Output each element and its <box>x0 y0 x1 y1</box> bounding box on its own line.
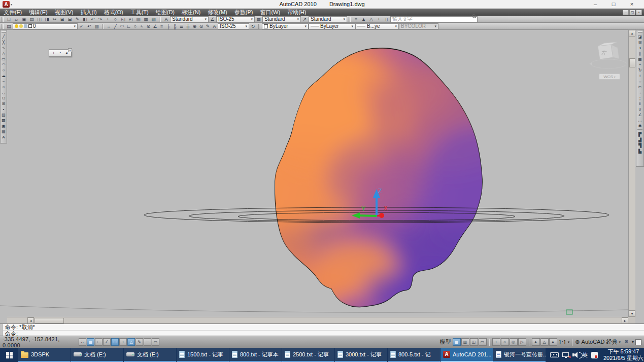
aligned-dim-icon[interactable]: ╱ <box>112 23 119 29</box>
scale-icon[interactable]: ↕ <box>637 73 643 79</box>
taskbar-item[interactable]: 文档 (E:) <box>124 348 176 362</box>
taskbar-item[interactable]: 1500.txt - 记事 <box>177 348 229 362</box>
polygon-icon[interactable]: △ <box>1 51 7 56</box>
fillet-icon[interactable]: ◡ <box>637 118 643 123</box>
taskbar-item[interactable]: 3DSPK <box>18 348 71 362</box>
region-icon[interactable]: ▣ <box>1 123 7 129</box>
close-button[interactable]: × <box>623 0 641 9</box>
tolerance-icon[interactable]: ⊕ <box>191 23 198 29</box>
dim-style-dropdown[interactable]: ISO-25 <box>218 23 249 29</box>
copy-icon[interactable]: ⊞ <box>58 16 66 22</box>
pan-status-button[interactable]: + <box>492 338 500 346</box>
ducs-toggle[interactable]: △ <box>127 338 135 346</box>
continue-dim-icon[interactable]: ╠ <box>172 23 178 29</box>
doc-restore-button[interactable]: ◱ <box>629 10 635 15</box>
start-button[interactable] <box>0 348 18 362</box>
linetype-control-dropdown[interactable]: ByLayer <box>309 23 355 29</box>
osnap-toggle[interactable]: □ <box>111 338 119 346</box>
otrack-toggle[interactable]: + <box>119 338 127 346</box>
block-editor-icon[interactable]: ◧ <box>81 16 89 22</box>
menu-item[interactable]: 视图(V) <box>51 9 77 16</box>
annotation-add-icon[interactable]: + <box>375 16 383 22</box>
dim-update-icon[interactable]: ↻ <box>249 23 257 29</box>
steering-wheel-button[interactable]: ◎ <box>510 338 518 346</box>
open-icon[interactable]: ▱ <box>13 16 20 22</box>
jogged-dim-icon[interactable]: ≈ <box>139 23 145 29</box>
maximize-button[interactable]: □ <box>604 0 623 9</box>
horizontal-scroll-thumb[interactable] <box>35 318 64 323</box>
lineweight-control-dropdown[interactable]: B...ye <box>355 23 399 29</box>
linear-dim-icon[interactable]: ↔ <box>106 23 112 29</box>
clean-screen-button[interactable] <box>635 339 641 345</box>
toolbar-grip[interactable] <box>638 31 642 33</box>
gradient-icon[interactable]: ▩ <box>1 118 7 123</box>
point-icon[interactable]: • <box>1 106 7 112</box>
ordinate-dim-icon[interactable]: ∟ <box>125 23 132 29</box>
taskbar-item[interactable]: AutoCAD 201... <box>440 348 493 362</box>
table-icon[interactable]: ▦ <box>1 129 7 134</box>
qp-toggle[interactable]: ▭ <box>152 338 159 346</box>
revision-cloud-icon[interactable]: ☁ <box>1 73 7 79</box>
menu-item[interactable]: 修改(M) <box>204 9 231 16</box>
taskbar-item[interactable]: 3000.txt - 记事 <box>335 348 387 362</box>
infocenter-search-input[interactable] <box>390 16 478 22</box>
polar-toggle[interactable]: ∠ <box>103 338 111 346</box>
stretch-icon[interactable]: ↔ <box>637 79 643 84</box>
save-icon[interactable]: ▣ <box>20 16 28 22</box>
wcs-dropdown[interactable]: WCS <box>599 74 620 80</box>
center-mark-icon[interactable]: ⊙ <box>198 23 205 29</box>
diameter-dim-icon[interactable]: ⊘ <box>145 23 152 29</box>
multiline-text-icon[interactable]: A <box>1 134 7 140</box>
layer-states-icon[interactable]: ▥ <box>93 23 100 29</box>
command-window[interactable]: 命令: *取消* 命令: <box>0 323 644 336</box>
network-status-icon[interactable] <box>562 352 569 357</box>
designcenter-icon[interactable]: ▦ <box>142 16 150 22</box>
selection-grip[interactable] <box>566 310 572 314</box>
ellipse-icon[interactable]: ○ <box>1 84 7 90</box>
angular-dim-icon[interactable]: ∠ <box>152 23 158 29</box>
taskbar-item[interactable]: 银河一号宣传册... <box>493 348 546 362</box>
ellipse-arc-icon[interactable]: ◡ <box>1 90 7 95</box>
lineweight-settings-icon[interactable]: ≡ <box>352 16 360 22</box>
menu-item[interactable]: 插入(I) <box>77 9 100 16</box>
menu-item[interactable]: 帮助(H) <box>284 9 310 16</box>
plot-preview-icon[interactable]: ◫ <box>36 16 43 22</box>
menu-item[interactable]: 编辑(E) <box>25 9 51 16</box>
undo-icon[interactable]: ↶ <box>89 16 96 22</box>
grid-toggle[interactable]: ▦ <box>87 338 94 346</box>
move-icon[interactable]: + <box>637 62 643 67</box>
style-dropdown[interactable]: Standard <box>262 16 301 22</box>
toolbar-grip[interactable] <box>2 24 4 29</box>
workspace-switcher[interactable]: ⊛ AutoCAD 经典 <box>575 338 621 346</box>
circle-icon[interactable]: ○ <box>1 67 7 73</box>
bring-above-icon[interactable]: ▜ <box>637 143 643 149</box>
dyn-toggle[interactable]: ✎ <box>135 338 143 346</box>
field-icon[interactable]: ▯ <box>383 16 390 22</box>
cut-icon[interactable]: ✂ <box>51 16 58 22</box>
horizontal-scrollbar[interactable]: ◂ ▸ <box>7 317 628 323</box>
publish-icon[interactable]: ◨ <box>43 16 51 22</box>
style-dropdown[interactable]: Standard <box>309 16 347 22</box>
break-at-point-icon[interactable]: ¦ <box>637 95 643 101</box>
menu-item[interactable]: 绘图(D) <box>152 9 178 16</box>
extend-icon[interactable]: → <box>637 90 643 95</box>
dim-space-icon[interactable]: ≣ <box>178 23 185 29</box>
zoom-window-icon[interactable]: ◱ <box>119 16 127 22</box>
construction-line-icon[interactable]: ╳ <box>1 40 7 45</box>
annotation-scale-control[interactable]: 1:1 <box>559 339 570 345</box>
model-space-button[interactable]: ▦ <box>453 338 461 346</box>
free-orbit-icon[interactable]: ◔ <box>57 50 63 56</box>
insert-block-icon[interactable]: ⊡ <box>1 95 7 101</box>
pan-icon[interactable]: + <box>50 50 57 56</box>
toolbar-grip[interactable] <box>2 31 6 33</box>
hatch-icon[interactable]: ▨ <box>1 112 7 118</box>
ime-language-indicator[interactable]: 英 <box>582 351 588 359</box>
status-menu-chevron-icon[interactable]: ▾ <box>632 340 634 344</box>
quick-view-layouts-button[interactable]: ▥ <box>461 338 469 346</box>
doc-minimize-button[interactable]: – <box>623 10 629 15</box>
taskbar-item[interactable]: 2500.txt - 记事 <box>282 348 334 362</box>
scroll-down-icon[interactable]: ▾ <box>629 310 635 317</box>
menu-item[interactable]: 文件(F) <box>0 9 25 16</box>
pan-realtime-icon[interactable]: + <box>104 16 112 22</box>
zoom-status-button[interactable]: ○ <box>501 338 509 346</box>
